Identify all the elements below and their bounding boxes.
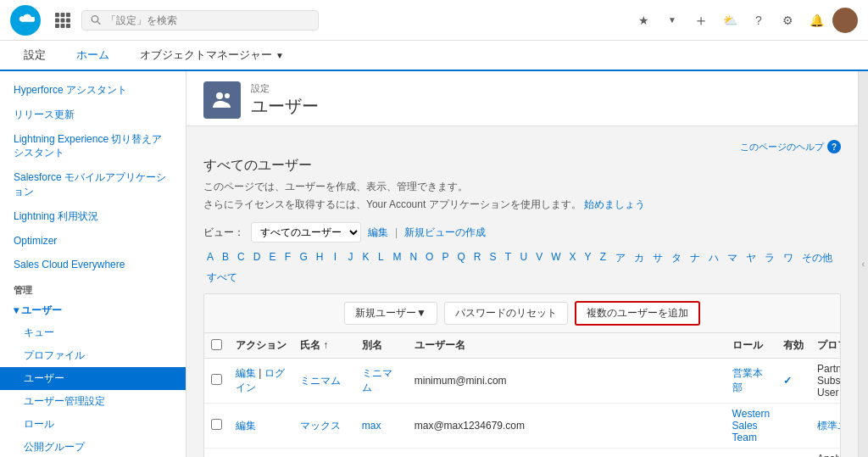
alpha-letter[interactable]: J [343,249,357,267]
alpha-letter[interactable]: M [389,249,404,267]
sidebar-child-users[interactable]: ユーザー [0,367,186,390]
row-active: ✓ [776,449,810,458]
svg-line-10 [97,21,100,24]
search-input[interactable] [106,14,309,26]
new-user-button[interactable]: 新規ユーザー▼ [344,302,437,325]
alpha-letter[interactable]: マ [724,249,741,267]
alpha-letter[interactable]: ア [612,249,629,267]
alpha-letter[interactable]: P [438,249,452,267]
row-checkbox[interactable] [211,419,222,430]
alpha-letter[interactable]: E [265,249,279,267]
sub-nav-object-manager[interactable]: オブジェクトマネージャー ▼ [126,41,298,71]
sidebar-item-optimizer[interactable]: Optimizer [0,229,186,254]
alpha-letter[interactable]: ヤ [743,249,760,267]
app-launcher-button[interactable] [51,8,75,32]
sidebar-item-sales-cloud[interactable]: Sales Cloud Everywhere [0,253,186,277]
sidebar-group-users[interactable]: ▾ ユーザー [0,300,186,321]
help-icon[interactable]: ? [746,8,771,33]
alpha-letter[interactable]: F [281,249,294,267]
sidebar-child-profile[interactable]: プロファイル [0,344,186,367]
reset-password-button[interactable]: パスワードのリセット [444,302,568,325]
svg-rect-0 [55,13,59,17]
alpha-letter[interactable]: ワ [780,249,797,267]
sidebar-item-release[interactable]: リリース更新 [0,103,186,127]
cloud-icon[interactable]: ⛅ [717,8,743,33]
sidebar-item-hyperforce[interactable]: Hyperforce アシスタント [0,78,186,103]
action-link[interactable]: 編集 [236,420,256,432]
add-multiple-users-button[interactable]: 複数のユーザーを追加 [575,301,700,326]
alpha-letter[interactable]: サ [649,249,666,267]
alpha-letter[interactable]: I [328,249,342,267]
alpha-letter[interactable]: ラ [761,249,778,267]
role-link[interactable]: 営業本部 [732,367,763,393]
right-collapse-handle[interactable]: ‹ [858,71,868,457]
user-avatar[interactable] [832,8,858,33]
view-select[interactable]: すべてのユーザー [251,222,361,242]
row-alias: ミニマム [355,359,408,404]
alpha-letter[interactable]: カ [631,249,648,267]
sub-nav-home[interactable]: ホーム [63,41,123,71]
alpha-letter[interactable]: タ [668,249,685,267]
sidebar-child-user-mgmt[interactable]: ユーザー管理設定 [0,390,186,413]
action-link[interactable]: 編集 [236,367,256,379]
favorites-icon[interactable]: ★ [631,8,656,33]
favorites-dropdown-icon[interactable]: ▼ [659,8,685,33]
alpha-letter[interactable]: O [422,249,437,267]
sub-nav-setup[interactable]: 設定 [10,41,59,71]
header-action: アクション [229,333,293,359]
row-checkbox[interactable] [211,374,222,385]
new-view-link[interactable]: 新規ビューの作成 [404,226,486,240]
sidebar-child-groups[interactable]: 公開グループ [0,436,186,457]
header-profile: プロファイル [810,333,841,359]
name-link[interactable]: マックス [300,420,341,432]
alpha-letter[interactable]: ナ [687,249,704,267]
row-action[interactable]: 編集 [229,404,293,449]
sidebar-item-mobile[interactable]: Salesforce モバイルアプリケーション [0,165,186,204]
select-all-checkbox[interactable] [211,339,222,350]
name-link[interactable]: ミニマム [300,375,341,387]
alpha-letter[interactable]: D [250,249,264,267]
alpha-letter[interactable]: すべて [203,269,241,287]
alpha-letter[interactable]: B [219,249,232,267]
sidebar-child-roles[interactable]: ロール [0,413,186,436]
settings-icon[interactable]: ⚙ [775,8,800,33]
notifications-icon[interactable]: 🔔 [804,8,829,33]
alpha-letter[interactable]: L [374,249,387,267]
alpha-letter[interactable]: T [501,249,515,267]
salesforce-logo[interactable] [10,5,41,36]
sidebar-section-admin: 管理 [0,277,186,300]
add-icon[interactable]: ＋ [688,8,714,33]
alpha-letter[interactable]: Y [581,249,595,267]
sidebar-item-lightning-switch[interactable]: Lightning Experience 切り替えアシスタント [0,127,186,166]
profile-link[interactable]: 標準ユーザー [817,420,841,432]
alpha-letter[interactable]: C [234,249,248,267]
svg-rect-3 [55,18,59,22]
alpha-letter[interactable]: X [566,249,580,267]
alpha-letter[interactable]: その他 [798,249,836,267]
start-link[interactable]: 始めましょう [584,198,645,210]
alpha-letter[interactable]: G [296,249,310,267]
alpha-letter[interactable]: N [406,249,420,267]
row-action[interactable]: 編集 [229,449,293,458]
alpha-letter[interactable]: W [548,249,564,267]
alpha-letter[interactable]: Q [453,249,468,267]
role-link[interactable]: Western Sales Team [732,408,770,443]
sidebar-item-lightning-usage[interactable]: Lightning 利用状況 [0,204,186,229]
edit-view-link[interactable]: 編集 [368,226,388,240]
alias-link[interactable]: max [362,420,381,432]
page-help-link[interactable]: このページのヘルプ [740,141,824,153]
alpha-letter[interactable]: S [486,249,499,267]
alpha-letter[interactable]: K [359,249,372,267]
alpha-letter[interactable]: Z [597,249,610,267]
alpha-letter[interactable]: V [532,249,546,267]
global-search-bar[interactable] [81,10,319,31]
help-circle-icon[interactable]: ? [827,140,841,153]
sidebar-child-queue[interactable]: キュー [0,321,186,344]
alpha-letter[interactable]: H [313,249,327,267]
alpha-letter[interactable]: A [203,249,217,267]
alpha-letter[interactable]: ハ [705,249,722,267]
alpha-letter[interactable]: U [516,249,531,267]
alias-link[interactable]: ミニマム [362,367,392,393]
alpha-letter[interactable]: R [470,249,485,267]
row-action[interactable]: 編集 | ログイン [229,359,293,404]
